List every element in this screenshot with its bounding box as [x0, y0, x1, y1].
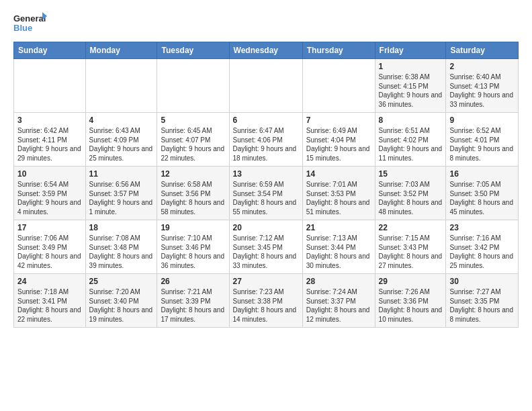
day-number: 11: [89, 169, 154, 179]
day-number: 26: [161, 277, 225, 286]
day-info: Sunrise: 6:54 AMSunset: 3:59 PMDaylight:…: [17, 180, 82, 216]
calendar-cell: 3Sunrise: 6:42 AMSunset: 4:11 PMDaylight…: [14, 113, 86, 167]
day-number: 18: [89, 223, 154, 232]
day-number: 4: [89, 116, 154, 125]
day-info: Sunrise: 7:16 AMSunset: 3:42 PMDaylight:…: [449, 234, 515, 270]
calendar-week-4: 17Sunrise: 7:06 AMSunset: 3:49 PMDayligh…: [14, 220, 519, 274]
calendar-cell: 11Sunrise: 6:56 AMSunset: 3:57 PMDayligh…: [85, 167, 157, 220]
day-number: 14: [306, 169, 371, 179]
day-info: Sunrise: 7:20 AMSunset: 3:40 PMDaylight:…: [89, 287, 154, 324]
logo: General Blue: [13, 11, 47, 36]
day-number: 5: [161, 116, 225, 125]
day-info: Sunrise: 7:03 AMSunset: 3:52 PMDaylight:…: [379, 180, 443, 216]
calendar-cell: 29Sunrise: 7:26 AMSunset: 3:36 PMDayligh…: [375, 274, 446, 328]
day-info: Sunrise: 7:08 AMSunset: 3:48 PMDaylight:…: [89, 234, 154, 270]
day-info: Sunrise: 6:45 AMSunset: 4:07 PMDaylight:…: [161, 126, 225, 163]
calendar-cell: 27Sunrise: 7:23 AMSunset: 3:38 PMDayligh…: [229, 274, 302, 328]
calendar-cell: 26Sunrise: 7:21 AMSunset: 3:39 PMDayligh…: [157, 274, 229, 328]
calendar-week-2: 3Sunrise: 6:42 AMSunset: 4:11 PMDaylight…: [14, 113, 519, 167]
calendar-week-1: 1Sunrise: 6:38 AMSunset: 4:15 PMDaylight…: [14, 59, 519, 113]
calendar-cell: 12Sunrise: 6:58 AMSunset: 3:56 PMDayligh…: [157, 167, 229, 220]
calendar-cell: 9Sunrise: 6:52 AMSunset: 4:01 PMDaylight…: [446, 113, 519, 167]
calendar-cell: 4Sunrise: 6:43 AMSunset: 4:09 PMDaylight…: [85, 113, 157, 167]
day-info: Sunrise: 7:26 AMSunset: 3:36 PMDaylight:…: [379, 287, 443, 324]
day-number: 10: [17, 169, 82, 179]
day-info: Sunrise: 7:24 AMSunset: 3:37 PMDaylight:…: [306, 287, 371, 324]
calendar-cell: 16Sunrise: 7:05 AMSunset: 3:50 PMDayligh…: [446, 167, 519, 220]
svg-text:General: General: [13, 13, 46, 24]
calendar-table: SundayMondayTuesdayWednesdayThursdayFrid…: [13, 42, 519, 328]
day-number: 12: [161, 169, 225, 179]
day-info: Sunrise: 7:15 AMSunset: 3:43 PMDaylight:…: [379, 234, 443, 270]
day-info: Sunrise: 7:10 AMSunset: 3:46 PMDaylight:…: [161, 234, 225, 270]
calendar-cell: 14Sunrise: 7:01 AMSunset: 3:53 PMDayligh…: [302, 167, 375, 220]
day-number: 28: [306, 277, 371, 286]
calendar-cell: 2Sunrise: 6:40 AMSunset: 4:13 PMDaylight…: [446, 59, 519, 113]
day-info: Sunrise: 7:13 AMSunset: 3:44 PMDaylight:…: [306, 234, 371, 270]
column-header-monday: Monday: [85, 42, 157, 59]
day-number: 3: [17, 116, 82, 125]
day-info: Sunrise: 7:12 AMSunset: 3:45 PMDaylight:…: [233, 234, 299, 270]
calendar-cell: [14, 59, 86, 113]
column-header-wednesday: Wednesday: [229, 42, 302, 59]
logo-svg: General Blue: [13, 11, 47, 36]
calendar-cell: 30Sunrise: 7:27 AMSunset: 3:35 PMDayligh…: [446, 274, 519, 328]
calendar-cell: 25Sunrise: 7:20 AMSunset: 3:40 PMDayligh…: [85, 274, 157, 328]
calendar-cell: 5Sunrise: 6:45 AMSunset: 4:07 PMDaylight…: [157, 113, 229, 167]
calendar-cell: 15Sunrise: 7:03 AMSunset: 3:52 PMDayligh…: [375, 167, 446, 220]
calendar-cell: 13Sunrise: 6:59 AMSunset: 3:54 PMDayligh…: [229, 167, 302, 220]
day-info: Sunrise: 6:51 AMSunset: 4:02 PMDaylight:…: [379, 126, 443, 163]
calendar-cell: 8Sunrise: 6:51 AMSunset: 4:02 PMDaylight…: [375, 113, 446, 167]
calendar-cell: 19Sunrise: 7:10 AMSunset: 3:46 PMDayligh…: [157, 220, 229, 274]
calendar-cell: 1Sunrise: 6:38 AMSunset: 4:15 PMDaylight…: [375, 59, 446, 113]
day-number: 22: [379, 223, 443, 232]
calendar-cell: 7Sunrise: 6:49 AMSunset: 4:04 PMDaylight…: [302, 113, 375, 167]
page: General Blue SundayMondayTuesdayWednesda…: [0, 0, 532, 334]
day-number: 23: [449, 223, 515, 232]
svg-text:Blue: Blue: [13, 23, 32, 33]
calendar-cell: [229, 59, 302, 113]
day-number: 6: [233, 116, 299, 125]
calendar-cell: 28Sunrise: 7:24 AMSunset: 3:37 PMDayligh…: [302, 274, 375, 328]
day-info: Sunrise: 7:21 AMSunset: 3:39 PMDaylight:…: [161, 287, 225, 324]
calendar-header-row: SundayMondayTuesdayWednesdayThursdayFrid…: [14, 42, 519, 59]
day-number: 27: [233, 277, 299, 286]
calendar-cell: 21Sunrise: 7:13 AMSunset: 3:44 PMDayligh…: [302, 220, 375, 274]
day-number: 15: [379, 169, 443, 179]
column-header-thursday: Thursday: [302, 42, 375, 59]
day-number: 30: [449, 277, 515, 286]
calendar-cell: 10Sunrise: 6:54 AMSunset: 3:59 PMDayligh…: [14, 167, 86, 220]
day-info: Sunrise: 7:06 AMSunset: 3:49 PMDaylight:…: [17, 234, 82, 270]
calendar-cell: 18Sunrise: 7:08 AMSunset: 3:48 PMDayligh…: [85, 220, 157, 274]
calendar-cell: 22Sunrise: 7:15 AMSunset: 3:43 PMDayligh…: [375, 220, 446, 274]
day-info: Sunrise: 6:49 AMSunset: 4:04 PMDaylight:…: [306, 126, 371, 163]
day-number: 9: [449, 116, 515, 125]
column-header-saturday: Saturday: [446, 42, 519, 59]
day-number: 20: [233, 223, 299, 232]
day-info: Sunrise: 6:56 AMSunset: 3:57 PMDaylight:…: [89, 180, 154, 216]
day-info: Sunrise: 7:05 AMSunset: 3:50 PMDaylight:…: [449, 180, 515, 216]
day-info: Sunrise: 6:42 AMSunset: 4:11 PMDaylight:…: [17, 126, 82, 163]
column-header-sunday: Sunday: [14, 42, 86, 59]
calendar-cell: 17Sunrise: 7:06 AMSunset: 3:49 PMDayligh…: [14, 220, 86, 274]
column-header-tuesday: Tuesday: [157, 42, 229, 59]
header: General Blue: [13, 11, 519, 36]
calendar-cell: [302, 59, 375, 113]
day-info: Sunrise: 6:40 AMSunset: 4:13 PMDaylight:…: [449, 73, 515, 109]
day-number: 25: [89, 277, 154, 286]
day-number: 13: [233, 169, 299, 179]
calendar-cell: [157, 59, 229, 113]
calendar-cell: [85, 59, 157, 113]
calendar-cell: 20Sunrise: 7:12 AMSunset: 3:45 PMDayligh…: [229, 220, 302, 274]
day-number: 7: [306, 116, 371, 125]
day-info: Sunrise: 6:47 AMSunset: 4:06 PMDaylight:…: [233, 126, 299, 163]
calendar-week-5: 24Sunrise: 7:18 AMSunset: 3:41 PMDayligh…: [14, 274, 519, 328]
calendar-cell: 23Sunrise: 7:16 AMSunset: 3:42 PMDayligh…: [446, 220, 519, 274]
day-info: Sunrise: 6:59 AMSunset: 3:54 PMDaylight:…: [233, 180, 299, 216]
day-info: Sunrise: 6:52 AMSunset: 4:01 PMDaylight:…: [449, 126, 515, 163]
day-number: 17: [17, 223, 82, 232]
day-number: 2: [449, 62, 515, 71]
day-info: Sunrise: 7:01 AMSunset: 3:53 PMDaylight:…: [306, 180, 371, 216]
calendar-cell: 24Sunrise: 7:18 AMSunset: 3:41 PMDayligh…: [14, 274, 86, 328]
day-info: Sunrise: 7:27 AMSunset: 3:35 PMDaylight:…: [449, 287, 515, 324]
